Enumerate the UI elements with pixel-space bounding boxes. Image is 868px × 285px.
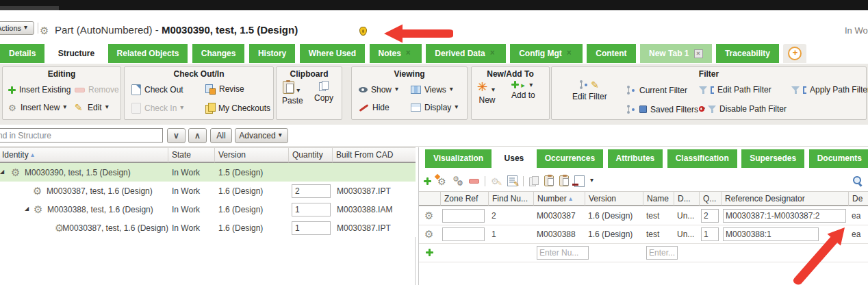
display-button[interactable]: Display <box>411 103 460 112</box>
tab-traceability[interactable]: Traceability <box>716 44 779 63</box>
tab-content[interactable]: Content <box>587 44 635 63</box>
paste-icon[interactable] <box>544 175 554 186</box>
close-icon[interactable] <box>406 49 413 58</box>
quantity-input[interactable] <box>701 227 719 241</box>
column-header-state[interactable]: State <box>168 148 215 162</box>
close-icon[interactable] <box>490 49 497 58</box>
paste-special-icon[interactable] <box>559 175 569 186</box>
tab-structure[interactable]: Structure <box>49 44 103 63</box>
tree-expand-icon[interactable] <box>0 169 6 175</box>
add-row-icon[interactable] <box>426 249 433 256</box>
check-in-button[interactable]: Check In <box>131 103 186 114</box>
column-header-q[interactable]: Q... <box>700 192 722 206</box>
find-previous-button[interactable] <box>188 128 207 143</box>
current-filter-button[interactable]: Current Filter <box>626 85 687 95</box>
apply-path-filter-button[interactable]: Apply Path Filter <box>791 85 868 95</box>
uses-table-row[interactable]: 2 M0030387 1.6 (Design) test Un... ea <box>419 206 868 225</box>
find-in-structure-input[interactable] <box>0 128 163 142</box>
revise-button[interactable]: Revise <box>205 84 244 94</box>
remove-row-icon[interactable] <box>469 179 479 184</box>
saved-filters-button[interactable]: Saved Filters <box>626 104 707 114</box>
paste-button[interactable]: Paste <box>282 81 303 106</box>
tab-occurrences[interactable]: Occurrences <box>537 149 603 168</box>
insert-new-button[interactable]: Insert New <box>8 103 68 112</box>
column-header-reference-designator[interactable]: Reference Designator <box>722 192 849 206</box>
views-button[interactable]: Views <box>411 85 455 95</box>
add-to-button[interactable]: Add to <box>511 81 535 100</box>
tab-uses[interactable]: Uses <box>496 149 533 168</box>
remove-button[interactable]: Remove <box>75 85 119 95</box>
edit-path-filter-button[interactable]: Edit Path Filter <box>699 85 771 95</box>
quantity-input[interactable] <box>292 221 331 235</box>
tab-where-used[interactable]: Where Used <box>300 44 365 63</box>
tab-documents[interactable]: Documents <box>809 149 868 168</box>
column-header-de[interactable]: De <box>849 192 868 206</box>
close-icon[interactable] <box>567 49 574 58</box>
column-header-built-from-cad[interactable]: Built From CAD <box>333 148 416 162</box>
page-title-identity: M0030390, test, 1.5 (Design) <box>162 24 298 36</box>
actions-button[interactable]: Actions <box>0 21 34 35</box>
tab-changes[interactable]: Changes <box>192 44 245 63</box>
copy-button[interactable]: Copy <box>314 81 333 103</box>
zone-ref-input[interactable] <box>442 227 485 241</box>
insert-existing-button[interactable]: Insert Existing <box>8 85 71 95</box>
tab-notes[interactable]: Notes <box>370 44 422 63</box>
tab-classification[interactable]: Classification <box>667 149 737 168</box>
quantity-input[interactable] <box>292 184 331 198</box>
tree-row-child[interactable]: M0030388, test, 1.6 (Design) In Work 1.6… <box>0 200 416 219</box>
insert-multiple-icon[interactable] <box>452 175 463 186</box>
tree-row-root[interactable]: M0030390, test, 1.5 (Design) In Work 1.5… <box>0 163 416 182</box>
add-row-icon[interactable] <box>424 177 431 185</box>
column-header-number[interactable]: Number <box>534 192 585 206</box>
add-tab-button[interactable] <box>783 44 806 63</box>
disable-path-filter-button[interactable]: Disable Path Filter <box>699 104 787 114</box>
column-header-quantity[interactable]: Quantity <box>289 148 333 162</box>
column-header-name[interactable]: Name <box>643 192 674 206</box>
tab-related-objects[interactable]: Related Objects <box>108 44 188 63</box>
tree-row-grandchild[interactable]: M0030387, test, 1.6 (Design) In Work 1.6… <box>0 219 416 237</box>
new-button[interactable]: New <box>477 81 497 105</box>
quantity-input[interactable] <box>701 209 719 223</box>
export-icon[interactable] <box>574 175 585 187</box>
search-icon[interactable] <box>852 175 863 186</box>
tab-visualization[interactable]: Visualization <box>425 149 492 168</box>
reference-designator-input[interactable] <box>723 227 819 241</box>
edit-filter-button[interactable]: Edit Filter <box>572 79 607 101</box>
tab-details[interactable]: Details <box>0 44 44 63</box>
show-button[interactable]: Show <box>359 85 400 95</box>
tab-config-mgt[interactable]: Config Mgt <box>510 44 583 63</box>
edit-attributes-icon[interactable] <box>507 175 518 186</box>
tab-attributes[interactable]: Attributes <box>608 149 663 168</box>
hide-button[interactable]: Hide <box>359 103 390 112</box>
column-header-version[interactable]: Version <box>585 192 643 206</box>
tab-new-tab-1[interactable]: New Tab 1× <box>640 44 711 63</box>
my-checkouts-button[interactable]: My Checkouts <box>205 103 270 113</box>
reference-designator-input[interactable] <box>723 209 846 223</box>
uses-table-row[interactable]: 1 M0030388 1.6 (Design) test Un... ea <box>419 225 868 244</box>
insert-new-part-icon[interactable] <box>437 176 447 186</box>
uses-table-new-row[interactable] <box>419 243 868 262</box>
edit-button[interactable]: Edit <box>75 103 111 112</box>
column-header-version[interactable]: Version <box>215 148 289 162</box>
tree-row-child[interactable]: M0030387, test, 1.6 (Design) In Work 1.6… <box>0 182 416 200</box>
quantity-input[interactable] <box>292 203 331 216</box>
edit-part-icon[interactable] <box>491 176 502 186</box>
find-all-button[interactable]: All <box>210 128 232 143</box>
tab-derived-data[interactable]: Derived Data <box>426 44 505 63</box>
tree-expand-icon[interactable] <box>25 206 31 212</box>
tab-supersedes[interactable]: Supersedes <box>741 149 804 168</box>
tab-history[interactable]: History <box>249 44 295 63</box>
chevron-down-icon[interactable] <box>590 178 596 184</box>
copy-icon[interactable] <box>529 176 539 186</box>
column-header-identity[interactable]: Identity <box>0 148 168 162</box>
advanced-button[interactable]: Advanced <box>235 128 288 143</box>
column-header-zone-ref[interactable]: Zone Ref <box>441 192 489 206</box>
new-number-input[interactable] <box>537 246 589 260</box>
close-box-icon[interactable]: × <box>694 49 703 58</box>
check-out-button[interactable]: Check Out <box>131 84 183 95</box>
new-name-input[interactable] <box>646 246 678 260</box>
zone-ref-input[interactable] <box>442 209 485 223</box>
column-header-d[interactable]: D... <box>674 192 700 206</box>
column-header-find-number[interactable]: Find Nu... <box>489 192 534 206</box>
find-next-button[interactable] <box>167 128 186 143</box>
